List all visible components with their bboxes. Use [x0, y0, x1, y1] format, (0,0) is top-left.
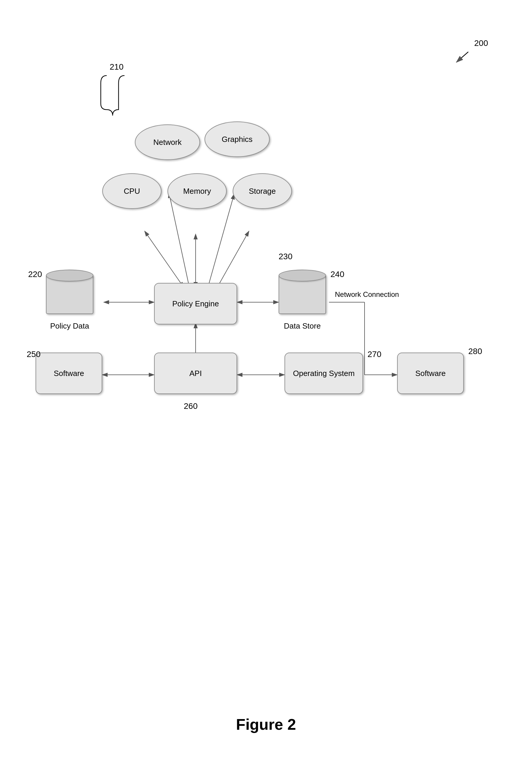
cylinder-top-right	[279, 270, 326, 282]
ref-200: 200	[474, 39, 488, 48]
data-store-node	[279, 270, 326, 314]
ref-270: 270	[367, 349, 382, 359]
network-connection-label: Network Connection	[335, 290, 399, 299]
ref-240: 240	[330, 270, 344, 279]
software-right-node: Software	[397, 352, 464, 394]
software-left-node: Software	[36, 352, 102, 394]
cpu-node: CPU	[102, 173, 162, 209]
figure-label: Figure 2	[236, 715, 296, 733]
ref-230: 230	[279, 252, 293, 261]
ref-220: 220	[28, 270, 42, 279]
ref-280: 280	[468, 347, 482, 356]
data-store-label: Data Store	[270, 321, 335, 331]
network-node: Network	[135, 124, 200, 160]
ref-260: 260	[184, 402, 198, 411]
storage-node: Storage	[233, 173, 292, 209]
svg-line-17	[456, 52, 468, 62]
ref-250: 250	[27, 349, 41, 359]
svg-line-8	[216, 231, 249, 289]
policy-data-node	[46, 270, 93, 314]
cylinder-top-left	[46, 270, 93, 282]
svg-line-4	[145, 231, 184, 288]
connections-svg	[0, 24, 532, 676]
operating-system-node: Operating System	[285, 352, 363, 394]
memory-node: Memory	[168, 173, 227, 209]
ref-210: 210	[110, 62, 124, 72]
policy-engine-node: Policy Engine	[154, 283, 237, 324]
svg-line-7	[207, 194, 234, 289]
graphics-node: Graphics	[204, 121, 270, 157]
api-node: API	[154, 352, 237, 394]
policy-data-label: Policy Data	[36, 321, 104, 331]
diagram-container: 200 210 Network Graphics CPU Memory Stor…	[0, 24, 532, 676]
